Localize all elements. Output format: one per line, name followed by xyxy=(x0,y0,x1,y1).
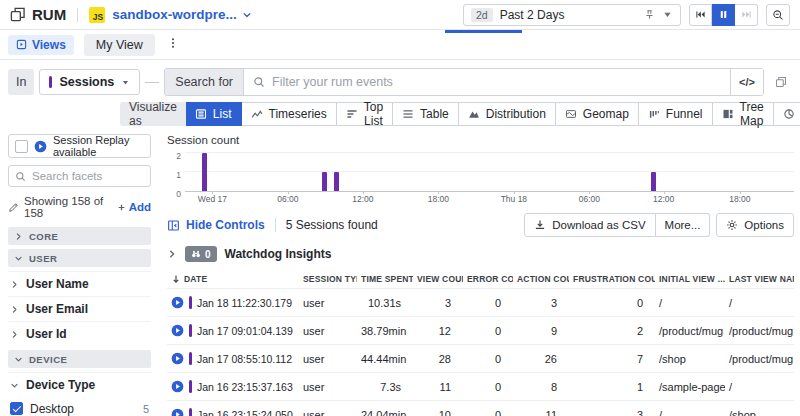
facet-label: Device Type xyxy=(26,378,95,392)
rewind-button[interactable] xyxy=(689,4,712,26)
hide-panel-icon xyxy=(167,219,180,232)
watchdog-insights-row[interactable]: 0 Watchdog Insights xyxy=(167,246,794,262)
visualize-options: ListTimeseriesTop ListTableDistributionG… xyxy=(186,102,800,126)
viz-option-pie-chart[interactable]: Pie Chart xyxy=(774,102,800,126)
results-actions: Download as CSV More... Options xyxy=(524,213,794,237)
viz-option-table[interactable]: Table xyxy=(393,102,459,126)
column-header-last-view-name[interactable]: LAST VIEW NAME xyxy=(725,270,794,289)
chevron-right-icon xyxy=(14,232,23,241)
forward-icon xyxy=(741,9,752,20)
column-header-date[interactable]: DATE xyxy=(167,270,299,289)
session-replay-play-icon[interactable] xyxy=(171,352,184,365)
time-range-label: Past 2 Days xyxy=(500,8,565,22)
facet-device-type[interactable]: Device Type xyxy=(8,372,151,397)
viz-option-tree-map[interactable]: Tree Map xyxy=(713,102,774,126)
column-header-session-type[interactable]: SESSION TYPE xyxy=(299,270,357,289)
cell-session-type: user xyxy=(299,289,357,317)
column-header-frustration-count[interactable]: FRUSTRATION COUNT xyxy=(569,270,655,289)
session-replay-play-icon[interactable] xyxy=(171,408,184,416)
facet-user-id[interactable]: User Id xyxy=(8,321,151,346)
viz-option-timeseries[interactable]: Timeseries xyxy=(242,102,337,126)
gear-icon xyxy=(726,219,738,231)
session-replay-play-icon[interactable] xyxy=(171,380,184,393)
cell-time-spent: 38.79min xyxy=(357,317,413,345)
more-button[interactable]: More... xyxy=(656,213,711,237)
forward-button[interactable] xyxy=(735,4,758,26)
column-header-view-count[interactable]: VIEW COUNT xyxy=(413,270,463,289)
viz-option-funnel[interactable]: Funnel xyxy=(639,102,713,126)
session-count-chart[interactable]: 012 xyxy=(185,154,794,192)
tab-options-menu-button[interactable] xyxy=(165,37,181,53)
sort-down-icon xyxy=(171,274,181,284)
facet-section-core[interactable]: CORE xyxy=(8,227,151,245)
chevron-down-icon xyxy=(242,10,252,20)
rewind-icon xyxy=(695,9,706,20)
binoculars-icon xyxy=(191,249,201,259)
options-button[interactable]: Options xyxy=(716,213,794,237)
session-replay-play-icon[interactable] xyxy=(171,296,184,309)
pencil-icon[interactable] xyxy=(8,202,19,213)
cell-initial-view: /product/mug xyxy=(655,317,725,345)
session-row[interactable]: Jan 16 23:15:37.163user7.3s11081/sample-… xyxy=(167,373,794,401)
session-replay-filter[interactable]: Session Replay available xyxy=(8,134,151,158)
session-replay-label: Session Replay available xyxy=(53,134,144,158)
viz-option-list[interactable]: List xyxy=(186,102,242,126)
time-range-selector[interactable]: 2d Past 2 Days xyxy=(463,4,681,26)
views-button[interactable]: Views xyxy=(8,35,74,55)
plus-icon xyxy=(117,203,126,212)
results-controls-row: Hide Controls 5 Sessions found Download … xyxy=(167,213,794,237)
download-csv-button[interactable]: Download as CSV xyxy=(524,213,655,237)
session-row[interactable]: Jan 17 09:01:04.139user38.79min12092/pro… xyxy=(167,317,794,345)
zoom-out-button[interactable] xyxy=(766,4,790,26)
session-date: Jan 18 11:22:30.179 xyxy=(197,297,292,309)
facet-list: COREUSERUser NameUser EmailUser IdDEVICE… xyxy=(8,227,151,416)
column-header-error-count[interactable]: ERROR COUNT xyxy=(463,270,513,289)
viz-option-top-list[interactable]: Top List xyxy=(337,102,393,126)
pause-button[interactable] xyxy=(712,4,735,26)
session-count-bar[interactable] xyxy=(202,153,207,191)
options-label: Options xyxy=(744,219,784,231)
session-replay-checkbox[interactable] xyxy=(15,140,28,153)
cell-action-count: 26 xyxy=(513,345,569,373)
application-selector[interactable]: sandbox-wordpre... xyxy=(112,7,252,22)
session-row[interactable]: Jan 18 11:22:30.179user10.31s3030// xyxy=(167,289,794,317)
session-count-bar[interactable] xyxy=(322,172,327,191)
viz-option-geomap[interactable]: Geomap xyxy=(556,102,639,126)
facet-section-user[interactable]: USER xyxy=(8,249,151,267)
facet-search-input[interactable] xyxy=(32,170,144,182)
facet-section-device[interactable]: DEVICE xyxy=(8,350,151,368)
session-replay-play-icon[interactable] xyxy=(171,324,184,337)
facet-value-desktop[interactable]: Desktop5 xyxy=(8,397,151,416)
column-header-action-count[interactable]: ACTION COUNT xyxy=(513,270,569,289)
session-date: Jan 16 23:15:37.163 xyxy=(197,381,293,393)
session-date: Jan 17 09:01:04.139 xyxy=(197,325,293,337)
session-row[interactable]: Jan 17 08:55:10.112user44.44min280267/sh… xyxy=(167,345,794,373)
viz-funnel-icon xyxy=(648,108,660,120)
facet-user-email[interactable]: User Email xyxy=(8,296,151,321)
caret-down-icon[interactable] xyxy=(662,9,673,20)
facet-user-name[interactable]: User Name xyxy=(8,271,151,296)
viz-option-label: Top List xyxy=(364,100,383,128)
cell-initial-view: / xyxy=(655,401,725,416)
tab-my-view[interactable]: My View xyxy=(84,34,155,56)
cell-date: Jan 16 23:15:37.163 xyxy=(167,373,299,401)
session-count-bar[interactable] xyxy=(334,172,339,191)
search-input[interactable] xyxy=(272,75,721,89)
session-count-bar[interactable] xyxy=(651,172,656,191)
session-date: Jan 16 23:15:24.050 xyxy=(197,409,293,416)
column-header-initial-view[interactable]: INITIAL VIEW ... xyxy=(655,270,725,289)
cell-view-count: 11 xyxy=(413,373,463,401)
facet-value-checkbox[interactable] xyxy=(10,402,23,415)
session-row[interactable]: Jan 16 23:15:24.050user24.04min100113//s… xyxy=(167,401,794,416)
query-syntax-button[interactable]: </> xyxy=(730,69,763,95)
cell-view-count: 28 xyxy=(413,345,463,373)
add-facet-button[interactable]: Add xyxy=(117,201,151,213)
copy-query-button[interactable] xyxy=(770,69,792,95)
column-header-time-spent[interactable]: TIME SPENT xyxy=(357,270,413,289)
pin-icon[interactable] xyxy=(644,9,655,20)
facet-sidebar: Session Replay available Showing 158 of … xyxy=(0,132,157,416)
event-scope-dropdown[interactable]: Sessions xyxy=(39,69,140,95)
hide-controls-button[interactable]: Hide Controls xyxy=(167,218,265,232)
viz-option-distribution[interactable]: Distribution xyxy=(459,102,556,126)
more-label: More... xyxy=(665,219,701,231)
